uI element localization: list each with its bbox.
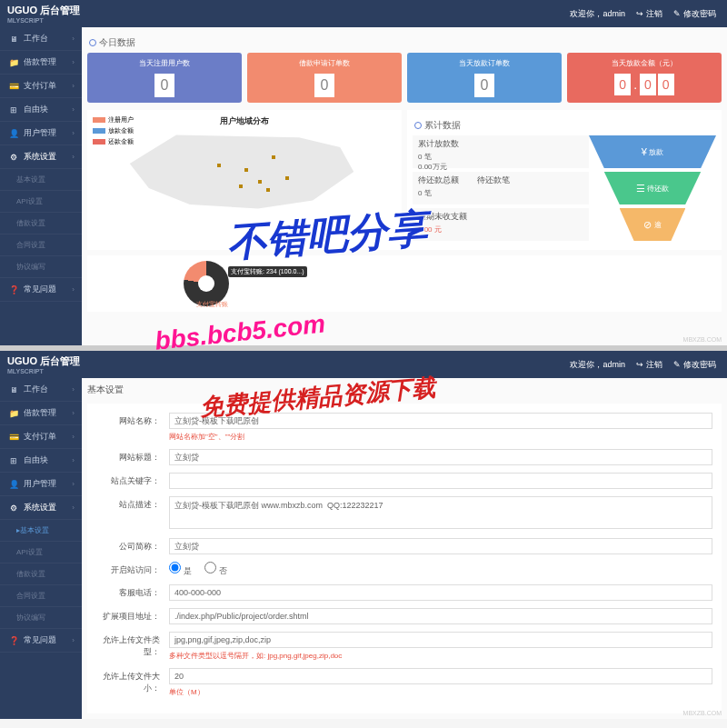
donut-legend: 支付宝转账 (196, 300, 228, 309)
nav2-freeblock[interactable]: ⊞自由块› (0, 449, 82, 473)
funnel-row-2: 待还款总额待还款笔0 笔 ☰ 待还款 (413, 172, 716, 204)
footer-watermark: MBXZB.COM (683, 336, 722, 343)
nav-sub-contract[interactable]: 合同设置 (0, 234, 82, 256)
label-desc: 站点描述： (96, 496, 169, 511)
label-size: 允许上传文件大小： (96, 668, 169, 694)
nav-system[interactable]: ⚙系统设置› (0, 145, 82, 169)
nav-users[interactable]: 👤用户管理› (0, 122, 82, 145)
card-icon: 💳 (7, 82, 20, 91)
nav2-sub-api[interactable]: API设置 (0, 542, 82, 563)
input-types[interactable] (169, 632, 712, 648)
radio-no-label: 否 (204, 566, 227, 575)
today-title: 今日数据 (87, 33, 722, 53)
nav2-system[interactable]: ⚙系统设置› (0, 496, 82, 520)
label-types: 允许上传文件类型： (96, 632, 169, 658)
monitor-icon: 🖥 (7, 35, 20, 44)
nav-workbench[interactable]: 🖥工作台› (0, 27, 82, 51)
welcome-text: 欢迎你，admin (570, 8, 625, 20)
welcome-text-2: 欢迎你，admin (570, 359, 625, 371)
map-legend: 注册用户 放款金额 还款金额 (93, 115, 134, 148)
nav-payment[interactable]: 💳支付订单› (0, 75, 82, 98)
chevron-right-icon: › (72, 58, 75, 66)
gear-icon: ⚙ (7, 153, 20, 162)
label-site-name: 网站名称： (96, 413, 169, 427)
logo: UGUO 后台管理 MLYSCRIPT (0, 4, 82, 24)
label-phone: 客服电话： (96, 584, 169, 599)
warn-icon: ⊘ (643, 219, 652, 231)
radio-yes[interactable] (169, 562, 181, 573)
china-map[interactable] (108, 131, 382, 213)
nav-sub-protocol[interactable]: 协议编写 (0, 256, 82, 278)
folder-icon: 📁 (7, 58, 20, 67)
cumulative-panel: 累计数据 累计放款数0 笔0.00万元 ¥ 放款 待还款总额待还款笔0 笔 ☰ … (407, 110, 722, 250)
card-loan-amount: 当天放款金额（元） 0 . 0 0 (567, 53, 722, 103)
sidebar: 🖥工作台› 📁借款管理› 💳支付订单› ⊞自由块› 👤用户管理› ⚙系统设置› … (0, 27, 82, 345)
card-loan-amount-digits: 0 . 0 0 (573, 74, 716, 95)
card-loan-orders-value: 0 (474, 74, 494, 97)
footer-watermark-2: MBXZB.COM (683, 710, 722, 716)
funnel-row-1: 累计放款数0 笔0.00万元 ¥ 放款 (413, 135, 716, 168)
input-site-short[interactable] (169, 449, 712, 465)
input-size[interactable] (169, 668, 712, 684)
logo-main: UGUO (7, 5, 37, 15)
nav2-loan[interactable]: 📁借款管理› (0, 402, 82, 425)
nav2-users[interactable]: 👤用户管理› (0, 473, 82, 496)
nav2-payment[interactable]: 💳支付订单› (0, 425, 82, 449)
settings-form: 网站名称： 网站名称加"空"、""分割 网站标题： 站点关键字： 站点描述： 立… (87, 404, 722, 713)
user-icon: 👤 (7, 129, 20, 138)
nav2-faq[interactable]: ❓常见问题› (0, 629, 82, 653)
card-registered: 当天注册用户数 0 (87, 53, 242, 103)
chevron-right-icon: › (72, 285, 75, 294)
nav2-sub-basic[interactable]: ▸ 基本设置 (0, 520, 82, 542)
map-title: 用户地域分布 (93, 115, 396, 127)
hint-types: 多种文件类型以逗号隔开，如: jpg,png,gif,jpeg,zip,doc (169, 651, 712, 661)
card-apply: 借款申请订单数 0 (247, 53, 402, 103)
nav-faq[interactable]: ❓常见问题› (0, 278, 82, 302)
input-keywords[interactable] (169, 473, 712, 489)
header-2: UGUO 后台管理 MLYSCRIPT 欢迎你，admin ↪ 注销 ✎ 修改密… (0, 351, 727, 378)
funnel-row-3: 逾期未收支额0.00 元 ⊘ 逾 (413, 208, 716, 241)
input-company[interactable] (169, 538, 712, 554)
main-settings: 基本设置 网站名称： 网站名称加"空"、""分割 网站标题： 站点关键字： 站点… (82, 378, 727, 719)
nav2-sub-protocol[interactable]: 协议编写 (0, 607, 82, 629)
logo-title: 后台管理 (40, 5, 80, 15)
nav-loan[interactable]: 📁借款管理› (0, 51, 82, 75)
top-header: UGUO 后台管理 MLYSCRIPT 欢迎你，admin ↪ 注销 ✎ 修改密… (0, 0, 727, 27)
input-project[interactable] (169, 608, 712, 624)
map-chart: 注册用户 放款金额 还款金额 用户地域分布 (87, 110, 402, 250)
logout-link-2[interactable]: ↪ 注销 (636, 359, 662, 371)
chevron-right-icon: › (72, 129, 75, 137)
nav2-sub-contract[interactable]: 合同设置 (0, 585, 82, 607)
nav-sub-api[interactable]: API设置 (0, 191, 82, 213)
hint-site-name: 网站名称加"空"、""分割 (169, 432, 712, 442)
label-company: 公司简称： (96, 538, 169, 553)
donut-tooltip: 支付宝转账: 234 (100.0...) (228, 266, 307, 277)
chevron-right-icon: › (72, 82, 75, 90)
ring-icon (89, 39, 96, 46)
radio-yes-label: 是 (169, 566, 192, 575)
nav-freeblock[interactable]: ⊞自由块› (0, 98, 82, 122)
label-project: 扩展项目地址： (96, 608, 169, 623)
nav2-sub-loan[interactable]: 借款设置 (0, 563, 82, 585)
logout-link[interactable]: ↪ 注销 (636, 8, 662, 20)
change-password-link[interactable]: ✎ 修改密码 (673, 8, 716, 20)
radio-no[interactable] (204, 562, 216, 573)
input-phone[interactable] (169, 584, 712, 601)
input-site-name[interactable] (169, 413, 712, 429)
logo-sub: MLYSCRIPT (7, 17, 82, 24)
nav-sub-loan[interactable]: 借款设置 (0, 213, 82, 234)
change-password-link-2[interactable]: ✎ 修改密码 (673, 359, 716, 371)
card-apply-value: 0 (314, 74, 334, 97)
chevron-right-icon: › (72, 105, 75, 114)
label-site-short: 网站标题： (96, 449, 169, 464)
hint-size: 单位（M） (169, 687, 712, 697)
chevron-right-icon: › (72, 35, 75, 43)
list-icon: ☰ (636, 183, 645, 194)
sidebar-2: 🖥工作台› 📁借款管理› 💳支付订单› ⊞自由块› 👤用户管理› ⚙系统设置› … (0, 378, 82, 719)
input-desc[interactable]: 立刻贷-模板下载吧原创 www.mbxzb.com QQ:122232217 (169, 496, 712, 529)
label-keywords: 站点关键字： (96, 473, 169, 487)
nav2-workbench[interactable]: 🖥工作台› (0, 378, 82, 402)
card-registered-value: 0 (154, 74, 174, 97)
ring-icon (414, 122, 422, 129)
nav-sub-basic[interactable]: 基本设置 (0, 169, 82, 191)
